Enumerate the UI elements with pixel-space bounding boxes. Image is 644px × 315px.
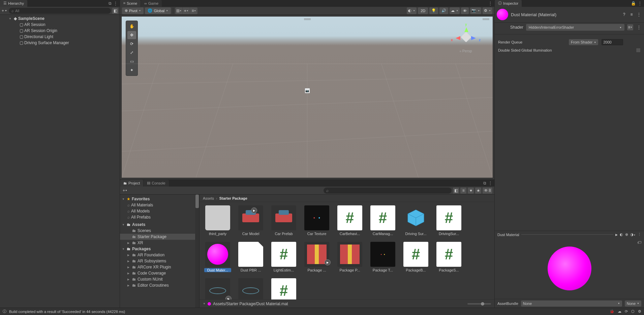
camera-toggle[interactable]: 📷▼ — [470, 7, 481, 14]
breadcrumb-current[interactable]: Starter Package — [219, 196, 247, 200]
wireframe-icon[interactable]: ⊕ — [625, 232, 628, 237]
chevron-right-icon[interactable]: ▶ — [127, 260, 131, 263]
pivot-dropdown[interactable]: ⊕ Pivot ▼ — [122, 7, 144, 14]
asset-item[interactable]: ▶Car Model — [237, 205, 264, 236]
hierarchy-search-input[interactable] — [15, 9, 108, 13]
render-queue-input[interactable] — [602, 39, 623, 45]
favorites-section[interactable]: ▼ ★ Favorites — [120, 196, 199, 202]
2d-toggle[interactable]: 2D — [418, 7, 428, 14]
status-icon[interactable]: ⬡ — [631, 309, 635, 314]
hierarchy-item[interactable]: ▢AR Session Origin — [0, 28, 120, 34]
shader-menu-icon[interactable]: ≡▼ — [627, 24, 633, 30]
add-button[interactable]: + ▼ — [122, 188, 128, 194]
chevron-right-icon[interactable]: ▶ — [127, 284, 131, 287]
chevron-right-icon[interactable]: ▶ — [127, 254, 131, 257]
chevron-right-icon[interactable]: ▶ — [127, 278, 131, 281]
asset-item[interactable]: ▶Reticle Mo... — [204, 278, 231, 299]
more-icon[interactable]: ⋮ — [636, 24, 642, 30]
asset-item[interactable]: Dust Mater... — [204, 242, 231, 272]
more-icon[interactable]: ⋮ — [638, 232, 641, 237]
filter-icon[interactable]: ◧ — [112, 8, 118, 14]
tree-item[interactable]: ▶🖿AR Foundation — [120, 252, 199, 258]
asset-item[interactable]: #PackageB... — [402, 242, 429, 272]
assetbundle-name-dropdown[interactable]: None ▼ — [521, 300, 622, 307]
status-icon[interactable]: ⚙ — [638, 309, 641, 314]
project-tab[interactable]: 🖿 Project — [120, 180, 143, 187]
project-tree[interactable]: ▼ ★ Favorites ⌕All Materials⌕All Models⌕… — [120, 195, 200, 308]
star-icon[interactable]: ★ — [475, 188, 481, 194]
more-icon[interactable]: ⋮ — [488, 1, 492, 6]
status-icon[interactable]: 🐞 — [610, 309, 614, 314]
project-search-input[interactable] — [330, 189, 449, 193]
popout-icon[interactable]: ⧉ — [109, 1, 112, 6]
zoom-slider[interactable] — [467, 303, 491, 305]
chevron-down-icon[interactable]: ▼ — [122, 198, 125, 201]
gizmo-toggle[interactable]: ⚙▼ — [483, 7, 492, 14]
tree-item[interactable]: ▶🖿AR Subsystems — [120, 258, 199, 264]
fx-toggle[interactable]: ☁▼ — [450, 7, 460, 14]
hierarchy-item[interactable]: ▢Driving Surface Manager — [0, 40, 120, 46]
scrollbar[interactable] — [195, 195, 199, 308]
tree-item[interactable]: ▶🖿Custom NUnit — [120, 276, 199, 282]
asset-item[interactable]: Package P... — [336, 242, 363, 272]
asset-item[interactable]: #DrivingSur... — [435, 205, 462, 236]
scene-camera-icon[interactable]: 📷 — [305, 88, 310, 93]
popout-icon[interactable]: ⧉ — [483, 181, 486, 185]
tree-item[interactable]: 🖿Scenes — [120, 228, 199, 234]
tree-item[interactable]: ▶🖿ARCore XR Plugin — [120, 264, 199, 270]
material-preview[interactable]: 🏷 — [495, 238, 644, 299]
increment-snap[interactable]: ≡▼ — [190, 7, 197, 14]
help-icon[interactable]: ? — [621, 11, 627, 18]
hierarchy-search[interactable]: ⌕ — [9, 8, 111, 14]
tree-item[interactable]: ▶🖿Editor Coroutines — [120, 282, 199, 288]
chevron-right-icon[interactable]: ▶ — [127, 272, 131, 275]
drag-handle-icon[interactable] — [483, 19, 489, 20]
asset-item[interactable]: Dust PBR ... — [237, 242, 264, 272]
search-by-type[interactable]: ◧ — [453, 188, 459, 194]
global-dropdown[interactable]: 🌐 Global ▼ — [145, 7, 171, 14]
inspector-tab[interactable]: ⓘ Inspector — [495, 0, 522, 7]
render-queue-dropdown[interactable]: From Shader ▼ — [569, 39, 598, 45]
status-message[interactable]: Build completed with a result of 'Succee… — [9, 310, 125, 314]
favorite-item[interactable]: ⌕All Prefabs — [120, 214, 199, 220]
chevron-down-icon[interactable]: ▼ — [203, 302, 206, 305]
more-icon[interactable]: ⋮ — [488, 181, 492, 185]
hierarchy-list[interactable]: ▼ ◆ SampleScene ▢AR Session▢AR Session O… — [0, 15, 120, 308]
scale-tool[interactable]: ⤢ — [127, 49, 136, 57]
snap-toggle[interactable]: ⌖▼ — [183, 7, 190, 14]
preview-header[interactable]: Dust Material ▶ ◐ ⊕ ◑▼ ⋮ — [495, 231, 644, 238]
asset-item[interactable]: #ReticleBeh... — [270, 278, 297, 299]
tag-icon[interactable]: 🏷 — [637, 240, 641, 245]
hierarchy-item[interactable]: ▢Directional Light — [0, 34, 120, 40]
sphere-icon[interactable]: ◐ — [620, 232, 623, 237]
chevron-right-icon[interactable]: ▶ — [127, 241, 131, 245]
projection-label[interactable]: ≡ Persp — [452, 49, 479, 53]
favorite-search-icon[interactable]: ♥ — [468, 188, 474, 194]
project-search[interactable]: ⌕ — [324, 188, 452, 194]
chevron-down-icon[interactable]: ▼ — [122, 223, 125, 226]
hidden-toggle[interactable]: 👁 — [461, 7, 469, 14]
chevron-down-icon[interactable]: ▼ — [122, 248, 125, 251]
dsgi-checkbox[interactable] — [636, 48, 641, 53]
more-icon[interactable]: ⋮ — [114, 1, 118, 6]
add-button[interactable]: + ▼ — [1, 8, 7, 14]
scene-row[interactable]: ▼ ◆ SampleScene — [0, 16, 120, 22]
asset-item[interactable]: third_party — [204, 205, 231, 236]
transform-tool[interactable]: ✦ — [127, 66, 136, 74]
hand-tool[interactable]: ✋ — [127, 22, 136, 30]
asset-item[interactable]: ••Package T... — [369, 242, 396, 272]
assetbundle-variant-dropdown[interactable]: None ▼ — [625, 300, 641, 307]
hierarchy-item[interactable]: ▢AR Session — [0, 22, 120, 28]
asset-item[interactable]: ••Car Texture — [303, 205, 330, 236]
more-icon[interactable]: ⋮ — [638, 1, 642, 6]
rect-tool[interactable]: ▭ — [127, 57, 136, 65]
shading-mode[interactable]: ◐▼ — [407, 7, 417, 14]
audio-toggle[interactable]: 🔊 — [439, 7, 448, 14]
more-icon[interactable]: ⋮ — [636, 11, 642, 18]
asset-item[interactable]: Reticle Pre... — [237, 278, 264, 299]
slider-handle[interactable] — [481, 302, 484, 306]
scene-view[interactable]: ✋ ✥ ⟳ ⤢ ▭ ✦ x y z ≡ Persp 📷 — [121, 16, 493, 178]
hidden-count[interactable]: 👁8 — [483, 188, 492, 194]
assets-section[interactable]: ▼ 🖿 Assets — [120, 222, 199, 228]
favorite-item[interactable]: ⌕All Materials — [120, 202, 199, 208]
